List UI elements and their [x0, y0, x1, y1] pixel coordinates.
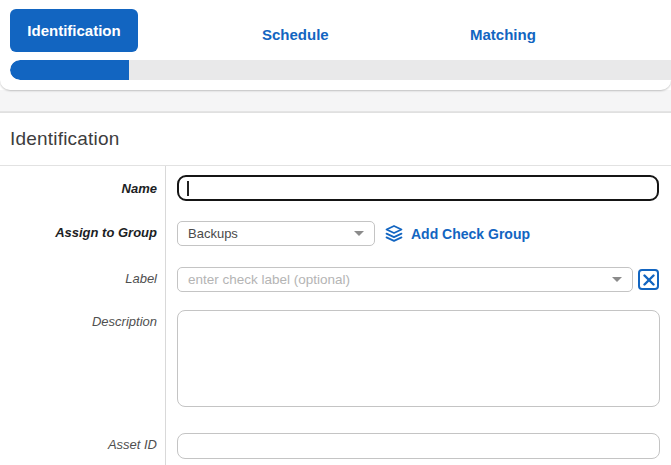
identification-panel: Identification Name Assign to Group Back…	[0, 112, 671, 465]
name-field[interactable]	[177, 175, 659, 201]
layers-stack-icon	[384, 223, 404, 244]
asset-id-label: Asset ID	[0, 437, 157, 452]
check-label-input[interactable]	[188, 272, 612, 287]
check-label-combo[interactable]	[177, 267, 633, 292]
spacer-band	[0, 90, 671, 112]
chevron-down-icon	[612, 277, 622, 282]
wizard-progress-fill	[10, 60, 129, 80]
add-check-group-button[interactable]: Add Check Group	[384, 221, 530, 246]
add-check-group-label: Add Check Group	[411, 226, 530, 242]
identification-form: Name Assign to Group Backups Add Check G…	[0, 166, 671, 465]
asset-id-input[interactable]	[177, 433, 660, 459]
clear-x-icon	[643, 274, 655, 286]
chevron-down-icon	[354, 231, 364, 236]
section-title: Identification	[10, 128, 119, 150]
label-column-divider	[165, 166, 166, 465]
section-header: Identification	[0, 113, 671, 166]
name-input[interactable]	[190, 181, 650, 196]
wizard-tab-bar: Identification Schedule Matching	[0, 0, 671, 90]
group-select-value: Backups	[188, 226, 354, 241]
tab-identification[interactable]: Identification	[10, 9, 138, 52]
check-editor-page: Identification Schedule Matching Identif…	[0, 0, 671, 465]
text-cursor	[187, 181, 189, 196]
tab-schedule[interactable]: Schedule	[262, 24, 329, 44]
clear-label-button[interactable]	[638, 269, 659, 290]
label-label: Label	[0, 271, 157, 286]
group-select[interactable]: Backups	[177, 221, 375, 246]
description-textarea[interactable]	[177, 310, 660, 407]
assign-to-group-label: Assign to Group	[0, 225, 157, 240]
wizard-progress-track	[10, 60, 671, 80]
tab-matching[interactable]: Matching	[470, 24, 536, 44]
name-label: Name	[0, 181, 157, 196]
description-label: Description	[0, 314, 157, 329]
